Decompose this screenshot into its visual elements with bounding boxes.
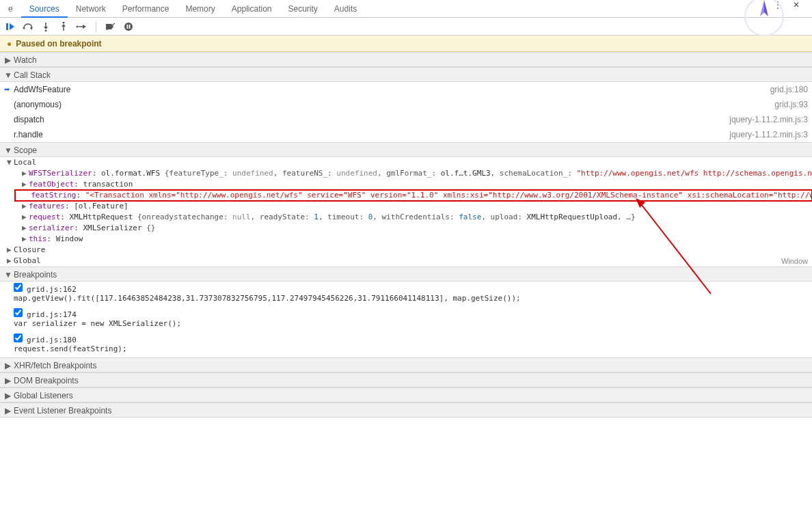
stack-frame[interactable]: r.handlejquery-1.11.2.min.js:3 [0, 127, 812, 142]
pause-exceptions-icon[interactable] [122, 21, 135, 33]
toolbar-separator [96, 21, 96, 32]
event-breakpoints-section[interactable]: ▶Event Listener Breakpoints [0, 403, 812, 418]
scope-closure[interactable]: ▶Closure [0, 245, 812, 256]
stack-frame[interactable]: AddWfsFeaturegrid.js:180 [0, 82, 812, 97]
chevron-right-icon: ▶ [22, 179, 29, 190]
tab-application[interactable]: Application [224, 0, 280, 18]
breakpoint-code: request.send(featString); [14, 344, 808, 353]
compass-icon [744, 0, 785, 37]
dom-breakpoints-section[interactable]: ▶DOM Breakpoints [0, 372, 812, 387]
svg-point-17 [124, 23, 133, 31]
xhr-breakpoints-section[interactable]: ▶XHR/fetch Breakpoints [0, 357, 812, 372]
breakpoint-item[interactable]: grid.js:162 map.getView().fit([117.16463… [0, 282, 812, 307]
watch-section[interactable]: ▶Watch [0, 52, 812, 67]
tab-security[interactable]: Security [280, 0, 326, 18]
scope-global-value: Window [781, 256, 808, 267]
svg-marker-6 [30, 26, 32, 30]
chevron-right-icon: ▶ [4, 53, 11, 68]
callstack-section[interactable]: ▼Call Stack [0, 67, 812, 82]
breakpoint-item[interactable]: grid.js:174 var serializer = new XMLSeri… [0, 307, 812, 332]
breakpoint-loc: grid.js:162 [27, 285, 77, 294]
warning-icon: ● [7, 39, 12, 49]
chevron-right-icon: ▶ [4, 373, 11, 388]
scope-var[interactable]: ▶features: [ol.Feature] [15, 201, 812, 212]
debugger-toolbar [0, 18, 812, 36]
chevron-right-icon: ▶ [7, 245, 14, 256]
svg-point-12 [63, 22, 65, 24]
svg-marker-11 [62, 24, 66, 27]
chevron-right-icon: ▶ [22, 201, 29, 212]
tab-network[interactable]: Network [68, 0, 114, 18]
chevron-right-icon: ▶ [4, 403, 11, 418]
svg-rect-18 [127, 25, 128, 29]
tab-performance[interactable]: Performance [114, 0, 178, 18]
stack-frame-loc[interactable]: jquery-1.11.2.min.js:3 [729, 112, 808, 127]
scope-var[interactable]: ▶this: Window [15, 234, 812, 245]
svg-marker-8 [44, 27, 48, 29]
paused-label: Paused on breakpoint [16, 39, 101, 49]
scope-var[interactable]: ▶featObject: transaction [15, 179, 812, 190]
svg-point-13 [77, 25, 79, 27]
tab-sources[interactable]: Sources [21, 0, 68, 18]
stack-frame[interactable]: (anonymous)grid.js:93 [0, 97, 812, 112]
chevron-right-icon: ▶ [22, 212, 29, 223]
chevron-down-icon: ▼ [4, 68, 11, 83]
step-out-icon[interactable] [57, 21, 70, 33]
scope-var[interactable]: ▶serializer: XMLSerializer {} [15, 223, 812, 234]
global-listeners-section[interactable]: ▶Global Listeners [0, 387, 812, 403]
step-icon[interactable] [75, 21, 87, 33]
svg-marker-2 [760, 0, 764, 16]
breakpoint-loc: grid.js:174 [27, 310, 77, 319]
chevron-right-icon: ▶ [22, 168, 29, 179]
chevron-right-icon: ▶ [7, 256, 14, 267]
svg-point-9 [45, 29, 47, 31]
breakpoint-checkbox[interactable] [14, 283, 23, 292]
tab-audits[interactable]: Audits [326, 0, 365, 18]
chevron-down-icon: ▼ [4, 143, 11, 158]
stack-frame-loc[interactable]: grid.js:93 [774, 97, 808, 112]
step-over-icon[interactable] [22, 21, 34, 33]
devtools-tabbar: e Sources Network Performance Memory App… [0, 0, 812, 18]
tabbar-pretab: e [0, 0, 21, 18]
svg-rect-3 [6, 23, 8, 30]
svg-rect-19 [129, 25, 131, 29]
chevron-down-icon: ▼ [4, 267, 11, 282]
scope-global[interactable]: ▶GlobalWindow [0, 256, 812, 267]
scope-local[interactable]: ▼Local [0, 157, 812, 168]
breakpoint-code: var serializer = new XMLSerializer(); [14, 319, 808, 328]
deactivate-breakpoints-icon[interactable] [105, 21, 117, 33]
svg-marker-15 [83, 25, 86, 29]
scope-section[interactable]: ▼Scope [0, 142, 812, 157]
stack-frame[interactable]: dispatchjquery-1.11.2.min.js:3 [0, 112, 812, 127]
chevron-right-icon: ▶ [4, 358, 11, 373]
breakpoint-loc: grid.js:180 [27, 336, 77, 344]
stack-frame-loc[interactable]: jquery-1.11.2.min.js:3 [729, 127, 808, 142]
breakpoints-section[interactable]: ▼Breakpoints [0, 267, 812, 282]
chevron-down-icon: ▼ [7, 157, 14, 168]
scope-var-featstring[interactable]: featString: "<Transaction xmlns="http://… [15, 190, 812, 201]
svg-marker-1 [764, 0, 768, 16]
tab-memory[interactable]: Memory [177, 0, 223, 18]
stack-frame-loc[interactable]: grid.js:180 [770, 82, 808, 97]
step-into-icon[interactable] [40, 21, 52, 33]
chevron-right-icon: ▶ [22, 223, 29, 234]
svg-point-5 [23, 27, 25, 29]
breakpoint-item[interactable]: grid.js:180 request.send(featString); [0, 332, 812, 357]
resume-icon[interactable] [4, 21, 16, 33]
breakpoint-checkbox[interactable] [14, 333, 23, 342]
chevron-right-icon: ▶ [4, 388, 11, 403]
scope-var[interactable]: ▶request: XMLHttpRequest {onreadystatech… [15, 212, 812, 223]
scope-var[interactable]: ▶WFSTSerializer: ol.format.WFS {featureT… [15, 168, 812, 179]
close-icon[interactable]: ✕ [793, 0, 804, 11]
chevron-right-icon: ▶ [22, 234, 29, 245]
svg-marker-4 [10, 23, 14, 30]
paused-banner: ●Paused on breakpoint [0, 36, 812, 52]
scope-body: ▼Local ▶WFSTSerializer: ol.format.WFS {f… [0, 157, 812, 267]
breakpoint-code: map.getView().fit([117.16463852484238,31… [14, 294, 808, 303]
breakpoint-checkbox[interactable] [14, 308, 23, 317]
